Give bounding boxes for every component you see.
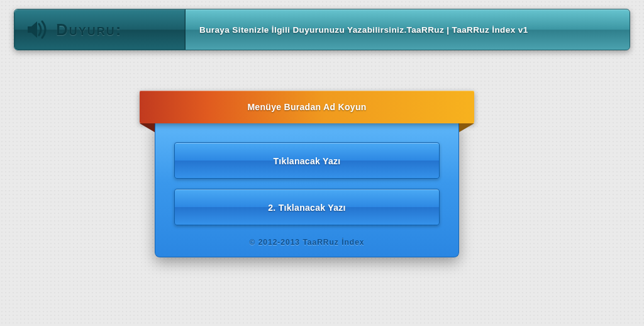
announcement-title: Duyuru: (56, 20, 122, 40)
announcement-text-wrap: Buraya Sitenizle İlgili Duyurunuzu Yazab… (186, 9, 630, 50)
menu-ribbon: Menüye Buradan Ad Koyun (140, 91, 474, 123)
speaker-icon (26, 19, 50, 40)
footer-text: © 2012-2013 TaaRRuz İndex (174, 235, 440, 247)
menu-title: Menüye Buradan Ad Koyun (247, 102, 366, 112)
menu-body: Tıklanacak Yazı 2. Tıklanacak Yazı © 201… (155, 121, 459, 257)
menu-panel: Menüye Buradan Ad Koyun Tıklanacak Yazı … (155, 91, 459, 257)
menu-item-2[interactable]: 2. Tıklanacak Yazı (174, 189, 440, 225)
announcement-badge: Duyuru: (14, 9, 186, 50)
announcement-bar: Duyuru: Buraya Sitenizle İlgili Duyurunu… (14, 9, 630, 50)
menu-item-1[interactable]: Tıklanacak Yazı (174, 142, 440, 179)
announcement-text: Buraya Sitenizle İlgili Duyurunuzu Yazab… (199, 25, 528, 35)
